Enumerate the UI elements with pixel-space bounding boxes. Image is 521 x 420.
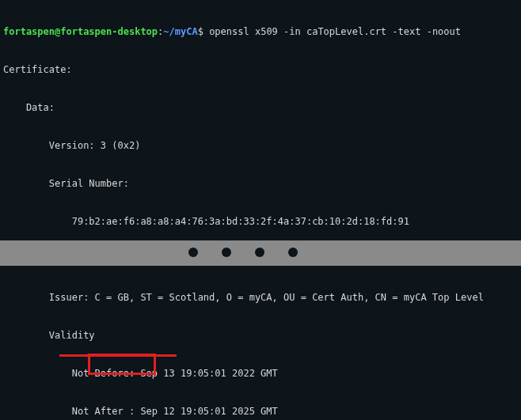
output-line: 79:b2:ae:f6:a8:a8:a4:76:3a:bd:33:2f:4a:3…	[0, 215, 521, 228]
prompt-dollar: $	[198, 26, 203, 37]
output-line: Data:	[0, 101, 521, 114]
output-line: Certificate:	[0, 63, 521, 76]
terminal-window[interactable]: fortaspen@fortaspen-desktop:~/myCA$ open…	[0, 0, 521, 420]
prompt-line: fortaspen@fortaspen-desktop:~/myCA$ open…	[0, 25, 521, 38]
command-input[interactable]: openssl x509 -in caTopLevel.crt -text -n…	[203, 26, 461, 37]
prompt-userhost: fortaspen@fortaspen-desktop	[3, 26, 158, 37]
dot-icon	[255, 248, 264, 257]
prompt-path: ~/myCA	[163, 26, 197, 37]
dot-icon	[288, 248, 298, 257]
output-line: Not After : Sep 12 19:05:01 2025 GMT	[0, 405, 521, 418]
dot-icon	[188, 248, 198, 257]
dot-icon	[222, 248, 231, 257]
output-line: Version: 3 (0x2)	[0, 139, 521, 152]
output-line: Not Before: Sep 13 19:05:01 2022 GMT	[0, 367, 521, 380]
redaction-dots	[188, 248, 298, 257]
output-line: Serial Number:	[0, 177, 521, 190]
output-line: Validity	[0, 329, 521, 342]
output-line: Issuer: C = GB, ST = Scotland, O = myCA,…	[0, 291, 521, 304]
